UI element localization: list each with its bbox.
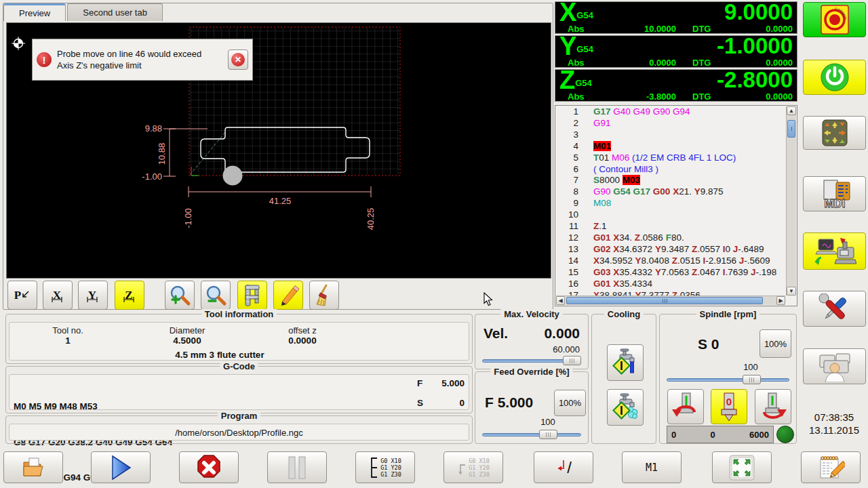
gcode-line-text: ( Contour Mill3 ) [578, 164, 658, 176]
run-program-button[interactable] [91, 451, 151, 483]
vscroll-thumb[interactable] [787, 120, 795, 138]
hscroll-thumb[interactable] [566, 297, 763, 304]
dtg-label: DTG [676, 24, 714, 34]
gcode-line[interactable]: 9M08 [555, 198, 785, 209]
open-file-button[interactable] [3, 451, 63, 483]
spindle-stop-button[interactable]: 0 [711, 389, 747, 424]
spindle-cw-button[interactable] [755, 389, 791, 424]
gcode-line[interactable]: 12G01 X34. Z.0586 F80. [555, 232, 785, 244]
gcode-line[interactable]: 16G01 X35.4334 [555, 279, 785, 290]
gcode-line[interactable]: 6( Contour Mill3 ) [555, 164, 785, 176]
gcode-line-number: 16 [555, 279, 578, 290]
spindle-handle[interactable] [743, 375, 761, 384]
feed-override-handle[interactable] [539, 430, 557, 439]
gcode-line[interactable]: 5T01 M06 (1/2 EM CRB 4FL 1 LOC) [555, 152, 785, 164]
view-x-button[interactable]: X [43, 281, 73, 310]
view-perspective-button[interactable]: P [7, 281, 37, 310]
gcode-line-number: 6 [555, 164, 578, 176]
scroll-right-button[interactable]: ▶ [776, 296, 785, 305]
dro-axis-z[interactable]: ZG54-2.8000Abs-3.8000DTG0.0000 [555, 69, 797, 102]
clear-plot-button[interactable] [309, 281, 339, 310]
show-dimensions-button[interactable] [237, 281, 267, 310]
s-value: 0 [459, 398, 465, 408]
tab-bar: Preview Second user tab [3, 3, 164, 21]
gcode-line[interactable]: 11Z.1 [555, 221, 785, 232]
svg-text:MDI: MDI [824, 197, 845, 209]
edit-program-button[interactable] [801, 451, 861, 483]
pencil-icon [277, 284, 300, 307]
view-z-button[interactable]: Z [115, 281, 144, 310]
machine-on-button[interactable] [803, 60, 866, 95]
dro-axis-x[interactable]: XG549.0000Abs10.0000DTG0.0000 [555, 1, 797, 34]
run-from-line-here-button[interactable]: G0 X10 G1 Y20 G1 Z30 [443, 451, 503, 483]
user-tab-button[interactable] [803, 348, 866, 384]
draw-path-button[interactable] [273, 281, 303, 310]
gcode-line-text: M01 [578, 141, 611, 152]
program-title: Program [218, 411, 260, 421]
gcode-line[interactable]: 14X34.5952 Y8.0408 Z.0515 I-2.9156 J-.56… [555, 256, 785, 267]
zoom-in-button[interactable] [165, 281, 195, 310]
dim-height: 10.88 [157, 143, 167, 165]
feed-override-frame: Feed Override [%] F 5.000 100% 100 [475, 371, 589, 444]
z-dim-icon [123, 297, 134, 305]
stop-program-button[interactable] [179, 451, 239, 483]
gcode-line[interactable]: 1G17 G40 G49 G90 G94 [555, 106, 785, 118]
view-y-button[interactable]: Y [78, 281, 108, 310]
warning-close-button[interactable]: ✕ [228, 49, 248, 70]
zoom-out-button[interactable] [201, 281, 231, 310]
vertical-scrollbar[interactable]: ▲ ▼ [786, 106, 796, 296]
estop-button[interactable]: Emergency-Stop [803, 2, 866, 37]
gcode-line-text: Z.1 [578, 221, 607, 232]
scroll-down-button[interactable]: ▼ [787, 287, 796, 296]
spindle-cw-icon [757, 392, 789, 422]
dtg-value: 0.0000 [714, 92, 793, 102]
gcode-line-text: X34.5952 Y8.0408 Z.0515 I-2.9156 J-.5609 [578, 256, 770, 267]
gcode-line[interactable]: 17X38.8841 Y7.3777 Z.0356 [555, 290, 785, 296]
scroll-up-button[interactable]: ▲ [787, 106, 796, 115]
pause-program-button[interactable] [267, 451, 327, 483]
feed-override-reset-button[interactable]: 100% [554, 390, 586, 416]
run-from-line-button[interactable]: G0 X10 G1 Y20 G1 Z30 [355, 451, 415, 483]
tab-second-user[interactable]: Second user tab [67, 3, 163, 21]
gcode-line[interactable]: 10 [555, 209, 785, 221]
gcode-line[interactable]: 4M01 [555, 141, 785, 152]
gcode-line-text: G03 X35.4332 Y7.0563 Z.0467 I.7639 J-.19… [578, 267, 776, 279]
dro-axis-y[interactable]: YG54-1.0000Abs0.0000DTG0.0000 [555, 35, 797, 68]
gcode-line[interactable]: 15G03 X35.4332 Y7.0563 Z.0467 I.7639 J-.… [555, 267, 785, 279]
gcode-line[interactable]: 7S8000 M03 [555, 175, 785, 186]
velocity-value: 0.000 [544, 325, 580, 342]
spindle-ccw-button[interactable] [667, 389, 704, 424]
spindle-override-slider[interactable] [667, 374, 789, 385]
skip-block-button[interactable]: / [534, 451, 593, 483]
optional-stop-button[interactable]: M1 [622, 451, 682, 483]
gcode-line[interactable]: 3 [555, 129, 785, 141]
horizontal-scrollbar[interactable]: ◀ ▶ [556, 296, 785, 305]
gcode-line[interactable]: 13G02 X34.6372 Y9.3487 Z.0557 I0 J-.6489 [555, 244, 785, 256]
settings-button[interactable] [803, 291, 866, 327]
max-velocity-handle[interactable] [563, 356, 581, 365]
gremlin-preview[interactable]: 9.88 -1.00 10.88 41.25 -1.00 40.25 ! Pro… [6, 22, 551, 279]
dim-width: 41.25 [269, 196, 292, 206]
manual-mode-button[interactable] [803, 116, 866, 150]
gcode-listing[interactable]: 1G17 G40 G49 G90 G942G9134M015T01 M06 (1… [555, 105, 797, 306]
feed-override-slider[interactable] [482, 429, 581, 440]
gcode-line[interactable]: 8G90 G54 G17 G00 X21. Y9.875 [555, 186, 785, 198]
tab-preview[interactable]: Preview [3, 3, 66, 21]
clock: 07:38:35 13.11.2015 [800, 411, 868, 436]
flood-coolant-button[interactable] [607, 344, 644, 381]
mdi-mode-button[interactable]: MDI [803, 176, 866, 211]
mist-coolant-button[interactable] [607, 389, 644, 426]
caliper-icon [241, 284, 263, 307]
gcode-line-text: T01 M06 (1/2 EM CRB 4FL 1 LOC) [578, 152, 736, 164]
abs-label: Abs [559, 92, 589, 102]
gcode-line[interactable]: 2G91 [555, 118, 785, 129]
auto-mode-button[interactable] [803, 232, 866, 270]
gcode-line-text: S8000 M03 [578, 175, 640, 186]
gcode-line-text: G02 X34.6372 Y9.3487 Z.0557 I0 J-.6489 [578, 244, 764, 256]
spindle-reset-button[interactable]: 100% [760, 329, 791, 358]
scroll-left-button[interactable]: ◀ [556, 296, 565, 305]
fullscreen-button[interactable] [712, 451, 772, 483]
abs-value: 0.0000 [589, 58, 676, 68]
max-velocity-slider[interactable] [482, 355, 581, 366]
axis-letter: X [559, 2, 576, 22]
